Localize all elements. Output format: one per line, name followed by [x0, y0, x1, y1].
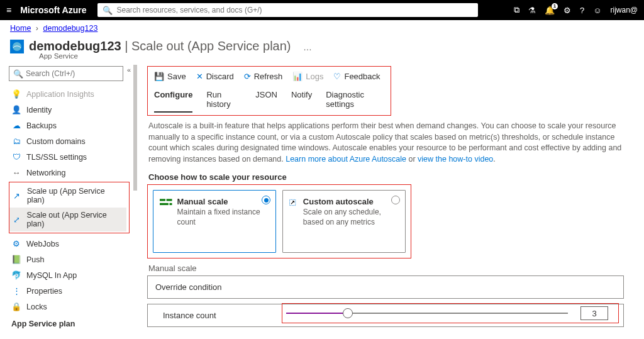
- notifications-icon[interactable]: 🔔1: [545, 6, 555, 15]
- title-sub: Scale out (App Service plan): [131, 39, 291, 53]
- title-main: demodebug123: [29, 39, 121, 53]
- svg-rect-2: [160, 203, 172, 205]
- collapse-icon[interactable]: «: [127, 66, 131, 74]
- sidebar-item-identity[interactable]: 👤Identity: [9, 102, 126, 118]
- settings-icon[interactable]: ⚙: [564, 6, 571, 15]
- tab-diagnostic[interactable]: Diagnostic settings: [326, 87, 384, 113]
- save-icon: 💾: [154, 72, 164, 81]
- sidebar-item-label: Scale up (App Service plan): [27, 187, 124, 204]
- logs-button[interactable]: 📊Logs: [292, 72, 323, 81]
- slider-thumb-icon[interactable]: [343, 308, 353, 318]
- sidebar-item-label: Scale out (App Service plan): [27, 211, 124, 228]
- slider-fill: [286, 313, 343, 314]
- card-desc: Scale on any schedule, based on any metr…: [303, 208, 399, 227]
- radio-unselected-icon[interactable]: [391, 196, 400, 204]
- tab-json[interactable]: JSON: [255, 87, 277, 113]
- topbar-icons: ⧉ ⚗ 🔔1 ⚙ ? ☺ rijwan@: [514, 5, 638, 15]
- global-search-input[interactable]: [116, 6, 473, 14]
- sidebar-item-label: Push: [26, 255, 45, 264]
- identity-icon: 👤: [11, 105, 21, 114]
- instance-count-value[interactable]: 3: [580, 306, 608, 320]
- breadcrumb-item[interactable]: demodebug123: [43, 24, 97, 33]
- sidebar-item-label: Properties: [26, 287, 62, 296]
- toolbar-label: Feedback: [344, 72, 380, 81]
- notif-badge: 1: [552, 3, 558, 9]
- azure-topbar: ≡ Microsoft Azure 🔍 ⧉ ⚗ 🔔1 ⚙ ? ☺ rijwan@: [0, 0, 644, 20]
- card-title: Manual scale: [177, 197, 269, 206]
- toolbar-label: Logs: [306, 72, 323, 81]
- slider-highlight: 3: [282, 303, 619, 323]
- discard-button[interactable]: ✕Discard: [196, 72, 234, 81]
- appservice-icon: [10, 40, 24, 53]
- choose-scale-label: Choose how to scale your resource: [147, 170, 638, 184]
- sidebar-item-scaleup[interactable]: ↗Scale up (App Service plan): [9, 184, 126, 208]
- properties-icon: ⋮: [11, 286, 21, 296]
- tabs: Configure Run history JSON Notify Diagno…: [152, 85, 387, 113]
- custom-autoscale-icon: [289, 197, 298, 208]
- sidebar-item-push[interactable]: 📗Push: [9, 252, 126, 267]
- scale-cards: Manual scale Maintain a fixed instance c…: [153, 190, 406, 253]
- instance-count-label: Instance count: [155, 311, 290, 320]
- tab-notify[interactable]: Notify: [291, 87, 312, 113]
- refresh-button[interactable]: ⟳Refresh: [244, 72, 283, 81]
- card-manual-scale[interactable]: Manual scale Maintain a fixed instance c…: [153, 190, 276, 253]
- sidebar-scale-highlight: ↗Scale up (App Service plan) ⤢Scale out …: [9, 182, 130, 233]
- sidebar-item-label: Networking: [26, 169, 66, 177]
- breadcrumb: Home › demodebug123: [0, 20, 644, 36]
- global-search[interactable]: 🔍: [97, 3, 478, 17]
- sidebar-item-label: Locks: [26, 303, 47, 311]
- close-icon: ✕: [196, 72, 203, 81]
- sidebar-item-networking[interactable]: ↔Networking: [9, 165, 126, 181]
- hamburger-icon[interactable]: ≡: [6, 5, 11, 15]
- sidebar-item-locks[interactable]: 🔒Locks: [9, 299, 126, 314]
- learn-more-link[interactable]: Learn more about Azure Autoscale: [286, 155, 406, 164]
- scrollbar[interactable]: [133, 65, 137, 191]
- push-icon: 📗: [11, 255, 21, 264]
- sidebar-item-webjobs[interactable]: ⚙WebJobs: [9, 236, 126, 252]
- lightbulb-icon: 💡: [11, 89, 21, 99]
- cloudshell-icon[interactable]: ⧉: [514, 5, 519, 15]
- cloud-icon: ☁: [11, 121, 21, 130]
- search-icon: 🔍: [103, 6, 113, 15]
- network-icon: ↔: [11, 168, 21, 177]
- tab-runhistory[interactable]: Run history: [206, 87, 242, 113]
- autoscale-description: Autoscale is a built-in feature that hel…: [147, 119, 631, 170]
- manual-scale-icon: [160, 197, 172, 208]
- scaleout-icon: ⤢: [12, 215, 22, 225]
- sidebar-item-mysql[interactable]: 🐬MySQL In App: [9, 267, 126, 283]
- sidebar-item-insights[interactable]: 💡Application Insights: [9, 86, 126, 102]
- sidebar-item-label: MySQL In App: [26, 271, 77, 280]
- filter-icon[interactable]: ⚗: [528, 6, 536, 15]
- desc-mid: or: [408, 155, 418, 164]
- sidebar-item-backups[interactable]: ☁Backups: [9, 118, 126, 133]
- howto-video-link[interactable]: view the how-to video: [418, 155, 493, 164]
- page-title: demodebug123 | Scale out (App Service pl…: [29, 39, 294, 53]
- sidebar-search[interactable]: 🔍: [9, 66, 123, 81]
- feedback-button[interactable]: ♡Feedback: [333, 72, 380, 81]
- sidebar-search-input[interactable]: [26, 69, 119, 78]
- sidebar-item-label: TLS/SSL settings: [26, 153, 87, 162]
- card-title: Custom autoscale: [303, 197, 399, 206]
- radio-selected-icon[interactable]: [262, 196, 270, 204]
- main-pane: 💾Save ✕Discard ⟳Refresh 📊Logs ♡Feedback …: [133, 65, 644, 339]
- feedback-icon[interactable]: ☺: [593, 6, 601, 15]
- help-icon[interactable]: ?: [580, 6, 584, 15]
- cards-highlight: Manual scale Maintain a fixed instance c…: [147, 184, 411, 258]
- user-label[interactable]: rijwan@: [610, 6, 638, 14]
- svg-rect-4: [169, 202, 170, 206]
- card-desc: Maintain a fixed instance count: [177, 208, 269, 227]
- title-menu-icon[interactable]: …: [303, 42, 312, 52]
- sidebar-item-label: Custom domains: [26, 137, 86, 146]
- toolbar-label: Discard: [206, 72, 234, 81]
- sidebar-item-tls[interactable]: 🛡TLS/SSL settings: [9, 149, 126, 165]
- breadcrumb-home[interactable]: Home: [10, 24, 31, 33]
- tab-configure[interactable]: Configure: [154, 87, 192, 113]
- instance-slider[interactable]: [286, 313, 568, 314]
- domains-icon: 🗂: [11, 136, 21, 146]
- override-panel: Override condition: [147, 275, 624, 299]
- save-button[interactable]: 💾Save: [154, 72, 186, 81]
- card-custom-autoscale[interactable]: Custom autoscale Scale on any schedule, …: [282, 190, 406, 253]
- sidebar-item-properties[interactable]: ⋮Properties: [9, 283, 126, 299]
- sidebar-item-scaleout[interactable]: ⤢Scale out (App Service plan): [9, 208, 126, 231]
- sidebar-item-domains[interactable]: 🗂Custom domains: [9, 133, 126, 149]
